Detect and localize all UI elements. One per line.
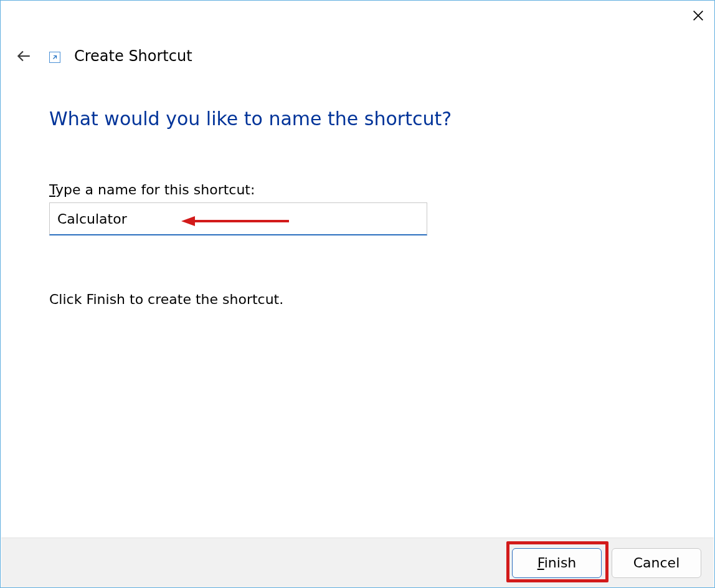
cancel-label: Cancel — [633, 555, 680, 571]
field-label: Type a name for this shortcut: — [49, 182, 666, 197]
back-arrow-icon — [16, 48, 32, 64]
shortcut-overlay-icon — [49, 52, 60, 63]
field-label-accel: T — [49, 182, 55, 197]
footer: Finish Cancel — [1, 538, 714, 587]
shortcut-name-input[interactable] — [49, 202, 427, 235]
input-wrap — [49, 202, 427, 235]
page-title: Create Shortcut — [74, 47, 192, 65]
back-button[interactable] — [13, 45, 34, 67]
close-button[interactable] — [686, 6, 711, 26]
instruction-text: Click Finish to create the shortcut. — [49, 292, 666, 307]
header-row: Create Shortcut — [13, 45, 192, 67]
field-label-text: ype a name for this shortcut: — [55, 182, 255, 197]
close-icon — [691, 9, 705, 22]
wizard-heading: What would you like to name the shortcut… — [49, 108, 666, 130]
content-area: What would you like to name the shortcut… — [49, 108, 666, 307]
finish-button[interactable]: Finish — [512, 548, 602, 578]
cancel-button[interactable]: Cancel — [612, 548, 701, 578]
finish-label: Finish — [537, 555, 577, 571]
